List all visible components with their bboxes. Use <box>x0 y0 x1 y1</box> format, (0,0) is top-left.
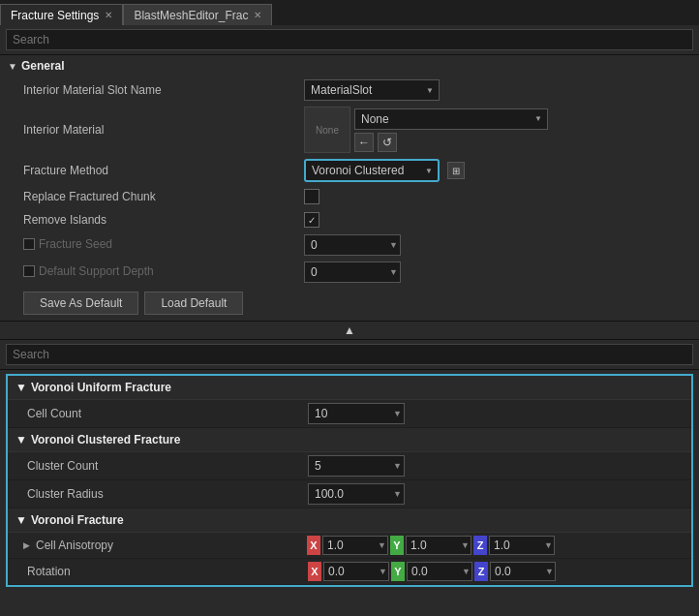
rotation-label: Rotation <box>27 565 308 578</box>
rotation-x-wrap: ▼ <box>323 562 389 581</box>
fracture-sections-container: ▼ Voronoi Uniform Fracture Cell Count ▼ … <box>6 374 693 587</box>
tab-fracture-settings[interactable]: Fracture Settings ✕ <box>0 4 123 25</box>
replace-fractured-chunk-control <box>304 189 691 204</box>
cluster-count-input-wrap: ▼ <box>308 455 405 477</box>
cluster-radius-spin-icon[interactable]: ▼ <box>393 489 402 499</box>
voronoi-uniform-collapse-icon: ▼ <box>15 381 27 394</box>
cell-count-input[interactable] <box>309 407 404 420</box>
fracture-method-arrow-icon: ▼ <box>425 167 433 175</box>
default-support-depth-row: Default Support Depth ▼ <box>0 259 699 286</box>
material-dropdown-wrap: None ▼ ← ↺ <box>354 108 548 152</box>
rotation-y-label: Y <box>391 562 405 581</box>
fracture-seed-control: ▼ <box>304 234 691 256</box>
tab-blast-mesh[interactable]: BlastMeshEditor_Frac ✕ <box>123 4 272 25</box>
tab-bar: Fracture Settings ✕ BlastMeshEditor_Frac… <box>0 0 699 25</box>
cell-anisotropy-y-wrap: ▼ <box>406 536 471 555</box>
cluster-radius-input[interactable] <box>309 487 404 501</box>
save-as-default-button[interactable]: Save As Default <box>23 292 138 315</box>
material-icons-row: ← ↺ <box>354 133 548 152</box>
search-input-top[interactable] <box>6 29 693 50</box>
remove-islands-checkbox[interactable] <box>304 212 319 228</box>
cell-anisotropy-expand-icon[interactable]: ▶ <box>23 540 30 550</box>
cell-anisotropy-y-label: Y <box>390 536 404 555</box>
rotation-y-spin-icon[interactable]: ▼ <box>462 567 471 576</box>
voronoi-uniform-title: Voronoi Uniform Fracture <box>31 381 171 394</box>
fracture-seed-input[interactable] <box>305 238 400 252</box>
voronoi-clustered-title: Voronoi Clustered Fracture <box>31 433 180 447</box>
button-row: Save As Default Load Default <box>0 286 699 321</box>
cell-count-spin-icon[interactable]: ▼ <box>393 409 402 418</box>
tab-fracture-close-icon[interactable]: ✕ <box>105 10 112 20</box>
cluster-count-input[interactable] <box>309 459 404 473</box>
rotation-x-label: X <box>308 562 321 581</box>
default-support-depth-checkbox[interactable] <box>23 265 35 277</box>
cell-count-label: Cell Count <box>27 407 308 420</box>
voronoi-uniform-header[interactable]: ▼ Voronoi Uniform Fracture <box>8 376 691 400</box>
rotation-row: Rotation X ▼ Y ▼ Z <box>8 559 691 585</box>
slot-dropdown-arrow-icon: ▼ <box>426 86 434 95</box>
cluster-count-label: Cluster Count <box>27 459 308 473</box>
remove-islands-control <box>304 212 691 228</box>
tab-blast-close-icon[interactable]: ✕ <box>254 10 261 20</box>
fracture-method-control: Voronoi Clustered ▼ ⊞ <box>304 159 691 182</box>
cell-anisotropy-z-field: Z ▼ <box>473 536 555 555</box>
cell-anisotropy-control: X ▼ Y ▼ Z ▼ <box>307 536 684 555</box>
interior-material-slot-row: Interior Material Slot Name MaterialSlot… <box>0 77 699 104</box>
rotation-z-spin-icon[interactable]: ▼ <box>545 567 554 576</box>
voronoi-clustered-collapse-icon: ▼ <box>15 433 27 447</box>
voronoi-fracture-header[interactable]: ▼ Voronoi Fracture <box>8 508 691 533</box>
cell-anisotropy-label: Cell Anisotropy <box>36 539 307 552</box>
voronoi-fracture-collapse-icon: ▼ <box>15 513 27 527</box>
interior-material-row: Interior Material None None ▼ ← ↺ <box>0 104 699 156</box>
replace-fractured-chunk-checkbox[interactable] <box>304 189 319 204</box>
interior-material-slot-value: MaterialSlot <box>311 83 372 97</box>
search-input-bottom[interactable] <box>6 344 693 365</box>
top-search-bar <box>0 25 699 55</box>
default-support-depth-input[interactable] <box>305 265 400 279</box>
cell-anisotropy-y-spin-icon[interactable]: ▼ <box>461 540 470 550</box>
fracture-seed-spin-icon[interactable]: ▼ <box>389 240 398 250</box>
default-support-depth-label: Default Support Depth <box>23 264 304 280</box>
default-support-depth-spin-icon[interactable]: ▼ <box>389 267 398 277</box>
voronoi-fracture-title: Voronoi Fracture <box>31 513 124 527</box>
collapse-row[interactable]: ▲ <box>0 321 699 339</box>
cluster-radius-control: ▼ <box>308 483 684 505</box>
fracture-seed-label: Fracture Seed <box>23 237 304 253</box>
load-default-button[interactable]: Load Default <box>144 292 243 315</box>
rotation-z-field: Z ▼ <box>474 562 556 581</box>
fracture-seed-label-text: Fracture Seed <box>39 237 112 251</box>
interior-material-slot-control: MaterialSlot ▼ <box>304 79 691 101</box>
remove-islands-label: Remove Islands <box>23 213 304 227</box>
collapse-arrow-icon: ▲ <box>344 323 355 337</box>
cell-anisotropy-z-spin-icon[interactable]: ▼ <box>544 540 553 550</box>
rotation-xyz: X ▼ Y ▼ Z ▼ <box>308 562 556 581</box>
tab-blast-label: BlastMeshEditor_Frac <box>134 9 248 22</box>
cell-anisotropy-x-field: X ▼ <box>307 536 388 555</box>
fracture-method-dropdown[interactable]: Voronoi Clustered ▼ <box>304 159 440 182</box>
general-section-header[interactable]: ▼ General <box>0 55 699 77</box>
fracture-seed-checkbox[interactable] <box>23 238 35 250</box>
fracture-method-lock-icon[interactable]: ⊞ <box>447 162 465 179</box>
fracture-seed-row: Fracture Seed ▼ <box>0 231 699 259</box>
material-dropdown[interactable]: None ▼ <box>354 108 548 130</box>
cluster-radius-label: Cluster Radius <box>27 487 308 501</box>
material-back-button[interactable]: ← <box>354 133 374 152</box>
cell-anisotropy-x-spin-icon[interactable]: ▼ <box>378 540 386 550</box>
default-support-depth-label-text: Default Support Depth <box>39 264 154 278</box>
rotation-y-wrap: ▼ <box>407 562 472 581</box>
material-reset-button[interactable]: ↺ <box>378 133 397 152</box>
fracture-method-label: Fracture Method <box>23 164 304 177</box>
interior-material-label: Interior Material <box>23 123 304 137</box>
cluster-radius-input-wrap: ▼ <box>308 483 405 505</box>
default-support-depth-input-wrap: ▼ <box>304 262 401 283</box>
cell-anisotropy-x-label: X <box>307 536 320 555</box>
material-thumb-text: None <box>316 125 339 136</box>
interior-material-slot-dropdown[interactable]: MaterialSlot ▼ <box>304 79 440 101</box>
cell-anisotropy-z-wrap: ▼ <box>489 536 555 555</box>
cluster-count-spin-icon[interactable]: ▼ <box>393 461 402 471</box>
rotation-x-spin-icon[interactable]: ▼ <box>379 567 387 576</box>
cell-anisotropy-row: ▶ Cell Anisotropy X ▼ Y ▼ <box>8 533 691 559</box>
cluster-count-control: ▼ <box>308 455 684 477</box>
rotation-y-field: Y ▼ <box>391 562 472 581</box>
voronoi-clustered-header[interactable]: ▼ Voronoi Clustered Fracture <box>8 428 691 452</box>
